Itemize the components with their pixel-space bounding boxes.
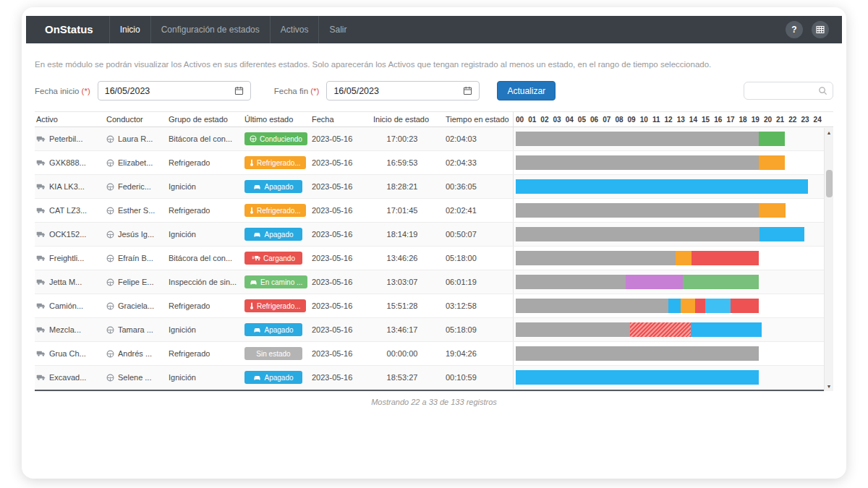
asset-cell: Peterbil...	[35, 134, 105, 143]
timeline-track	[516, 251, 822, 265]
timeline-cell	[513, 247, 833, 270]
hour-tick: 21	[776, 116, 784, 124]
hour-tick: 13	[677, 116, 685, 124]
time-in-state-cell: 02:04:03	[444, 134, 513, 143]
hour-tick: 07	[603, 116, 610, 124]
truck-icon	[36, 254, 46, 262]
navbar-actions: ?	[786, 16, 842, 43]
timeline-cell	[513, 342, 833, 365]
driver-icon	[106, 374, 114, 382]
status-badge: Refrigerado...	[244, 156, 306, 169]
date-cell: 2023-05-16	[310, 182, 372, 191]
timeline-segment	[516, 275, 626, 289]
time-in-state-cell: 03:12:58	[444, 301, 513, 310]
table-row: Freightli...Efraín B...Bitácora del con.…	[35, 247, 833, 270]
date-cell: 2023-05-16	[310, 254, 372, 262]
timeline-segment	[759, 203, 786, 218]
truck-loading-icon	[252, 254, 260, 262]
table-row: Mezcla...Tamara ...IgniciónApagado2023-0…	[35, 318, 833, 342]
column-header-tiempo[interactable]: Tiempo en estado	[444, 115, 513, 124]
driver-cell: Laura R...	[105, 134, 167, 143]
update-button[interactable]: Actualizar	[497, 81, 556, 100]
timeline-cell	[513, 199, 833, 222]
truck-icon	[36, 135, 46, 142]
asset-name: KIA LK3...	[49, 182, 85, 191]
state-group: Inspección de sin...	[169, 278, 237, 286]
start-date-input[interactable]	[105, 86, 234, 96]
state-group: Bitácora del con...	[169, 134, 232, 143]
truck-icon	[36, 278, 46, 286]
truck-icon	[36, 207, 46, 214]
column-header-activo[interactable]: Activo	[35, 115, 105, 124]
last-state-cell: Apagado	[243, 228, 310, 241]
search-input[interactable]	[749, 87, 816, 95]
timeline-segment	[692, 251, 759, 265]
nav-item-activos[interactable]: Activos	[270, 16, 319, 43]
date-cell: 2023-05-16	[310, 373, 372, 382]
column-header-estado[interactable]: Último estado	[243, 115, 310, 124]
driver-cell: Graciela...	[105, 301, 167, 310]
timeline-cell	[513, 223, 833, 246]
nav-item-inicio[interactable]: Inicio	[109, 16, 150, 43]
end-date-input[interactable]	[333, 86, 463, 96]
timeline-track	[516, 275, 822, 289]
start-date-field[interactable]	[98, 81, 251, 100]
timeline-segment	[683, 275, 760, 289]
last-state-cell: Apagado	[243, 180, 310, 193]
time-in-state-cell: 00:50:07	[444, 230, 513, 239]
asset-name: GXK888...	[49, 158, 86, 167]
asset-name: OCK152...	[49, 230, 86, 239]
state-start-cell: 15:51:28	[372, 301, 444, 310]
nav-item-salir[interactable]: Salir	[318, 16, 357, 43]
state-start-cell: 16:59:53	[372, 158, 444, 167]
scroll-up-arrow[interactable]: ▲	[825, 130, 833, 135]
driver-name: Laura R...	[118, 134, 153, 143]
table-body: Peterbil...Laura R...Bitácora del con...…	[35, 127, 833, 390]
timeline-segment	[516, 299, 668, 313]
status-label: Cargando	[263, 254, 295, 262]
state-group-cell: Refrigerado	[167, 301, 243, 310]
nav-item-configuracion-de-estados[interactable]: Configuración de estados	[150, 16, 270, 43]
driver-name: Graciela...	[118, 301, 154, 310]
state-group: Bitácora del con...	[169, 254, 232, 262]
asset-name: Peterbil...	[49, 134, 82, 143]
scrollbar-thumb[interactable]	[826, 170, 833, 197]
table-row: KIA LK3...Federic...IgniciónApagado2023-…	[35, 175, 833, 199]
driver-icon	[106, 350, 114, 358]
asset-cell: CAT LZ3...	[35, 206, 105, 215]
help-icon[interactable]: ?	[786, 21, 803, 38]
state-group: Ignición	[169, 325, 196, 334]
column-header-inicio[interactable]: Inicio de estado	[372, 115, 444, 124]
column-header-conductor[interactable]: Conductor	[105, 115, 167, 124]
asset-cell: Grua Ch...	[35, 349, 105, 358]
grid-icon[interactable]	[812, 21, 829, 38]
timeline-track	[516, 346, 822, 361]
vertical-scrollbar[interactable]: ▲ ▼	[824, 128, 833, 391]
calendar-icon[interactable]	[234, 86, 244, 95]
driver-name: Efraín B...	[118, 254, 153, 262]
asset-cell: Freightli...	[35, 254, 105, 262]
hour-tick: 06	[590, 116, 598, 124]
state-group: Refrigerado	[169, 158, 210, 167]
asset-name: Freightli...	[49, 254, 84, 262]
last-state-cell: Cargando	[243, 252, 310, 265]
asset-name: Jetta M...	[49, 278, 82, 286]
state-group-cell: Refrigerado	[167, 349, 243, 358]
end-date-field[interactable]	[326, 81, 480, 100]
timeline-track	[516, 227, 822, 241]
time-in-state-cell: 06:01:19	[444, 278, 513, 286]
last-state-cell: Conduciendo	[243, 132, 310, 145]
timeline-cell	[513, 127, 833, 150]
date-cell: 2023-05-16	[310, 134, 372, 143]
hour-tick: 22	[788, 116, 796, 124]
column-header-grupo[interactable]: Grupo de estado	[167, 115, 243, 124]
scroll-down-arrow[interactable]: ▼	[825, 384, 833, 389]
timeline-segment	[516, 179, 808, 194]
state-start-cell: 13:46:26	[372, 254, 444, 262]
timeline-segment	[695, 299, 705, 313]
column-header-fecha[interactable]: Fecha	[310, 115, 372, 124]
calendar-icon[interactable]	[463, 86, 472, 95]
timeline-segment	[516, 322, 630, 337]
search-field[interactable]	[744, 82, 833, 100]
timeline-cell	[513, 318, 833, 341]
